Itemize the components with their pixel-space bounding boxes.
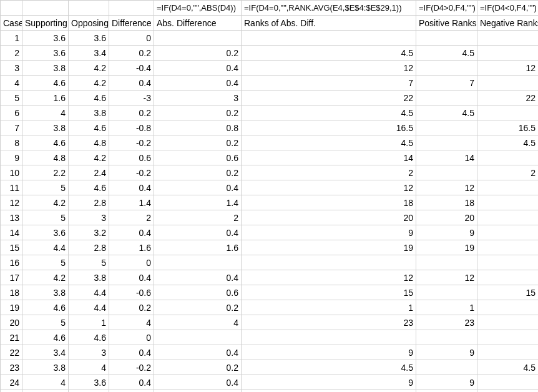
cell-diff[interactable]: 0 [109,255,154,270]
cell-pos[interactable] [416,120,477,135]
cell-sup[interactable]: 1.6 [22,91,69,105]
cell-neg[interactable] [477,270,539,285]
cell-diff[interactable]: -3 [109,91,154,105]
cell-sup[interactable]: 4 [22,375,69,390]
cell-neg[interactable] [477,255,539,270]
cell-opp[interactable]: 4.4 [69,285,109,300]
cell-diff[interactable]: -0.2 [109,360,154,375]
cell-rank[interactable]: 4.5 [242,360,416,375]
table-row[interactable]: 2443.60.40.499 [1,375,539,390]
cell-abs[interactable]: 2 [154,210,242,225]
cell-pos[interactable] [416,165,477,180]
table-row[interactable]: 1154.60.40.41212 [1,180,539,195]
cell-pos[interactable]: 23 [416,315,477,330]
cell-diff[interactable]: 0.4 [109,180,154,195]
cell-diff[interactable]: 0.2 [109,46,154,61]
cell-neg[interactable] [477,210,539,225]
cell-opp[interactable]: 5 [69,255,109,270]
cell-pos[interactable] [416,330,477,345]
cell-neg[interactable] [477,345,539,360]
cell-opp[interactable]: 3.8 [69,270,109,285]
table-row[interactable]: 223.430.40.499 [1,345,539,360]
cell-opp[interactable]: 3.6 [69,375,109,390]
cell-abs[interactable]: 0.4 [154,180,242,195]
cell-pos[interactable] [416,135,477,150]
cell-diff[interactable]: 0.8 [109,390,154,393]
cell-rank[interactable]: 19 [242,240,416,255]
cell-rank[interactable] [242,330,416,345]
cell-pos[interactable]: 1 [416,300,477,315]
cell-neg[interactable] [477,180,539,195]
cell-pos[interactable] [416,360,477,375]
cell-opp[interactable]: 3.6 [69,31,109,46]
cell-opp[interactable]: 3 [69,345,109,360]
cell-rank[interactable]: 16.5 [242,390,416,393]
cell-opp[interactable]: 4.6 [69,180,109,195]
cell-diff[interactable]: -0.6 [109,285,154,300]
cell-diff[interactable]: 0.6 [109,150,154,165]
cell-sup[interactable]: 4.2 [22,195,69,210]
cell-sup[interactable]: 4.8 [22,150,69,165]
cell-pos[interactable]: 19 [416,240,477,255]
cell-diff[interactable]: 0.4 [109,375,154,390]
cell-sup[interactable]: 3.8 [22,61,69,76]
cell-pos[interactable]: 12 [416,180,477,195]
table-row[interactable]: 16550 [1,255,539,270]
cell-pos[interactable]: 9 [416,375,477,390]
cell-diff[interactable]: 0.2 [109,300,154,315]
cell-sup[interactable]: 3.8 [22,285,69,300]
table-row[interactable]: 44.64.20.40.477 [1,76,539,91]
table-row[interactable]: 13.63.60 [1,31,539,46]
table-row[interactable]: 33.84.2-0.40.41212 [1,61,539,76]
spreadsheet-table[interactable]: =IF(D4=0,"",ABS(D4)) =IF(D4=0,"",RANK.AV… [0,0,538,392]
cell-rank[interactable]: 9 [242,345,416,360]
cell-case[interactable]: 2 [1,46,22,61]
cell-neg[interactable] [477,300,539,315]
cell-diff[interactable]: 0.4 [109,225,154,240]
cell-opp[interactable]: 1 [69,315,109,330]
cell-opp[interactable]: 4.2 [69,150,109,165]
cell-pos[interactable]: 4.5 [416,105,477,120]
cell-pos[interactable]: 7 [416,76,477,91]
cell-case[interactable]: 6 [1,105,22,120]
cell-opp[interactable]: 4.6 [69,120,109,135]
cell-neg[interactable]: 2 [477,165,539,180]
table-row[interactable]: 214.64.60 [1,330,539,345]
cell-neg[interactable]: 4.5 [477,360,539,375]
cell-abs[interactable]: 0.2 [154,135,242,150]
cell-abs[interactable] [154,255,242,270]
cell-diff[interactable]: -0.2 [109,135,154,150]
cell-case[interactable]: 11 [1,180,22,195]
cell-opp[interactable]: 3.2 [69,390,109,393]
cell-case[interactable]: 3 [1,61,22,76]
table-row[interactable]: 23.63.40.20.24.54.5 [1,46,539,61]
cell-diff[interactable]: 4 [109,315,154,330]
table-row[interactable]: 143.63.20.40.499 [1,225,539,240]
cell-opp[interactable]: 2.8 [69,240,109,255]
cell-sup[interactable]: 4.2 [22,270,69,285]
cell-neg[interactable] [477,315,539,330]
table-row[interactable]: 1353222020 [1,210,539,225]
cell-sup[interactable]: 4.6 [22,76,69,91]
cell-pos[interactable] [416,285,477,300]
cell-abs[interactable]: 0.4 [154,375,242,390]
cell-opp[interactable]: 3.2 [69,225,109,240]
cell-sup[interactable]: 4.6 [22,135,69,150]
cell-rank[interactable]: 7 [242,76,416,91]
cell-rank[interactable]: 9 [242,225,416,240]
cell-opp[interactable]: 2.4 [69,165,109,180]
cell-case[interactable]: 5 [1,91,22,105]
cell-sup[interactable]: 3.8 [22,360,69,375]
cell-case[interactable]: 18 [1,285,22,300]
cell-neg[interactable]: 16.5 [477,120,539,135]
cell-pos[interactable]: 20 [416,210,477,225]
cell-neg[interactable] [477,375,539,390]
cell-pos[interactable]: 16.5 [416,390,477,393]
cell-neg[interactable] [477,31,539,46]
cell-sup[interactable]: 4 [22,390,69,393]
cell-abs[interactable]: 1.6 [154,240,242,255]
cell-diff[interactable]: 0.2 [109,105,154,120]
cell-sup[interactable]: 5 [22,255,69,270]
cell-rank[interactable]: 4.5 [242,105,416,120]
table-row[interactable]: 102.22.4-0.20.222 [1,165,539,180]
